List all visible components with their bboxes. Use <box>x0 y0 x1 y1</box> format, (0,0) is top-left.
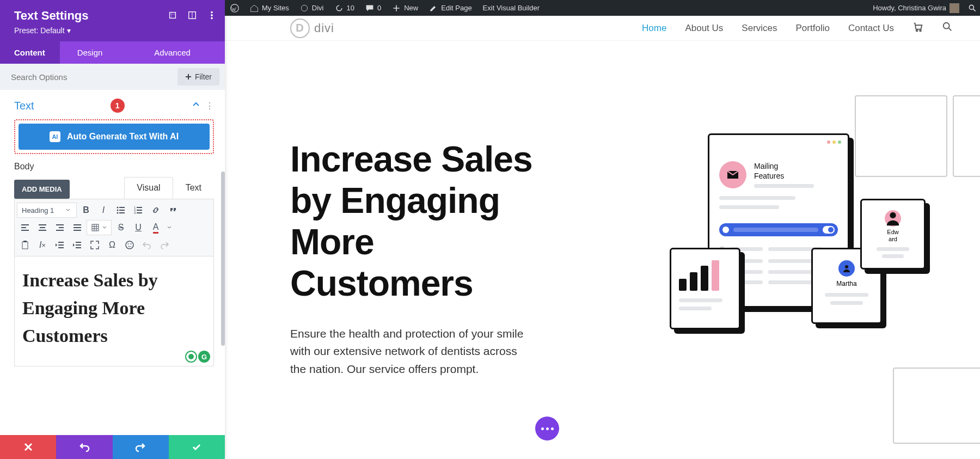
fullscreen-icon[interactable] <box>87 237 103 253</box>
save-button[interactable] <box>169 435 225 459</box>
special-char-icon[interactable]: Ω <box>104 237 120 253</box>
panel-header: Text Settings Preset: Default ▾ <box>0 0 225 41</box>
outdent-icon[interactable] <box>52 237 68 253</box>
panel-tabs: Content Design Advanced <box>0 41 225 64</box>
grammarly-toggle-icon[interactable]: G <box>198 351 210 363</box>
italic-icon[interactable]: I <box>95 203 112 218</box>
align-left-icon[interactable] <box>17 220 33 235</box>
svg-rect-21 <box>21 227 26 228</box>
table-icon[interactable] <box>87 220 112 235</box>
ul-icon[interactable] <box>113 203 129 218</box>
svg-rect-28 <box>56 230 64 231</box>
wp-logo[interactable] <box>225 0 244 16</box>
svg-rect-25 <box>39 230 46 231</box>
svg-point-45 <box>920 30 921 32</box>
tab-advanced[interactable]: Advanced <box>120 41 225 64</box>
hero-illustration: Mailing Features <box>670 95 980 378</box>
strike-icon[interactable]: S <box>113 220 129 235</box>
panel-body: Text 1 ⋮ AI Auto Generate Text With AI B… <box>0 90 225 435</box>
layout-icon[interactable] <box>187 10 198 21</box>
collapse-icon[interactable] <box>192 101 200 111</box>
cancel-button[interactable] <box>0 435 56 459</box>
paste-icon[interactable] <box>17 237 33 253</box>
editor-heading: Increase Sales by Engaging More Customer… <box>22 266 206 350</box>
align-center-icon[interactable] <box>34 220 51 235</box>
svg-rect-35 <box>58 242 64 243</box>
nav-home[interactable]: Home <box>642 23 666 34</box>
editor-content[interactable]: Increase Sales by Engaging More Customer… <box>14 256 214 366</box>
svg-point-12 <box>117 212 119 214</box>
undo-icon[interactable] <box>139 237 155 253</box>
svg-point-49 <box>890 212 896 218</box>
nav-contact[interactable]: Contact Us <box>848 23 894 34</box>
align-justify-icon[interactable] <box>69 220 85 235</box>
editor-tab-text[interactable]: Text <box>173 177 214 199</box>
nav-about[interactable]: About Us <box>685 23 723 34</box>
ghost-card <box>893 368 980 444</box>
svg-point-48 <box>845 265 848 268</box>
nav-services[interactable]: Services <box>742 23 777 34</box>
clear-format-icon[interactable]: I× <box>34 237 51 253</box>
svg-rect-34 <box>23 241 27 242</box>
body-label: Body <box>14 162 214 172</box>
cart-icon[interactable] <box>912 21 923 35</box>
search-row: Filter <box>0 64 225 90</box>
filter-button[interactable]: Filter <box>177 68 219 85</box>
page-preview: D divi Home About Us Services Portfolio … <box>225 16 980 459</box>
link-icon[interactable] <box>148 203 164 218</box>
editor-toolbar: Heading 1 B I 123 S U A I× <box>14 199 214 256</box>
builder-fab[interactable] <box>535 417 559 440</box>
svg-rect-30 <box>74 227 81 228</box>
edit-page[interactable]: Edit Page <box>424 0 477 16</box>
panel-scrollbar[interactable] <box>221 172 225 346</box>
site-logo[interactable]: D divi <box>290 19 334 38</box>
nav-portfolio[interactable]: Portfolio <box>796 23 830 34</box>
user-avatar <box>950 3 959 13</box>
envelope-icon <box>719 161 746 188</box>
ol-icon[interactable]: 123 <box>130 203 146 218</box>
undo-changes-button[interactable] <box>56 435 112 459</box>
svg-rect-9 <box>119 207 125 208</box>
grammarly-icon[interactable] <box>185 351 197 363</box>
my-sites[interactable]: My Sites <box>244 0 295 16</box>
svg-point-5 <box>211 11 213 13</box>
bold-icon[interactable]: B <box>78 203 94 218</box>
ghost-card <box>953 95 980 177</box>
section-more-icon[interactable]: ⋮ <box>205 101 214 111</box>
redo-icon[interactable] <box>156 237 173 253</box>
svg-rect-36 <box>58 244 64 246</box>
site-header: D divi Home About Us Services Portfolio … <box>225 16 980 41</box>
align-right-icon[interactable] <box>52 220 68 235</box>
site-divi[interactable]: Divi <box>295 0 329 16</box>
quote-icon[interactable] <box>165 203 181 218</box>
svg-point-41 <box>126 241 133 249</box>
expand-icon[interactable] <box>167 10 178 21</box>
exit-visual-builder[interactable]: Exit Visual Builder <box>477 0 546 16</box>
emoji-icon[interactable] <box>121 237 138 253</box>
underline-icon[interactable]: U <box>130 220 146 235</box>
comments[interactable]: 0 <box>360 0 387 16</box>
indent-icon[interactable] <box>69 237 85 253</box>
svg-rect-20 <box>21 224 29 225</box>
more-icon[interactable] <box>206 10 217 21</box>
tab-content[interactable]: Content <box>0 41 60 64</box>
textcolor-icon[interactable]: A <box>148 220 164 235</box>
auto-generate-ai-button[interactable]: AI Auto Generate Text With AI <box>19 124 210 150</box>
add-media-button[interactable]: ADD MEDIA <box>14 180 70 199</box>
svg-point-10 <box>117 210 119 211</box>
section-text-title[interactable]: Text <box>14 100 34 112</box>
tab-design[interactable]: Design <box>60 41 120 64</box>
updates[interactable]: 10 <box>329 0 360 16</box>
adminbar-search-icon[interactable] <box>965 0 980 16</box>
text-settings-panel: Text Settings Preset: Default ▾ Content … <box>0 0 225 459</box>
search-options-input[interactable] <box>5 69 173 85</box>
textcolor-chevron-icon[interactable] <box>165 220 174 235</box>
howdy-user[interactable]: Howdy, Christina Gwira <box>867 0 965 16</box>
redo-changes-button[interactable] <box>113 435 169 459</box>
heading-select[interactable]: Heading 1 <box>17 203 77 218</box>
editor-tab-visual[interactable]: Visual <box>124 177 173 199</box>
svg-point-42 <box>128 243 129 244</box>
preset-dropdown[interactable]: Preset: Default ▾ <box>14 26 216 35</box>
search-icon[interactable] <box>942 21 953 35</box>
new[interactable]: New <box>387 0 424 16</box>
